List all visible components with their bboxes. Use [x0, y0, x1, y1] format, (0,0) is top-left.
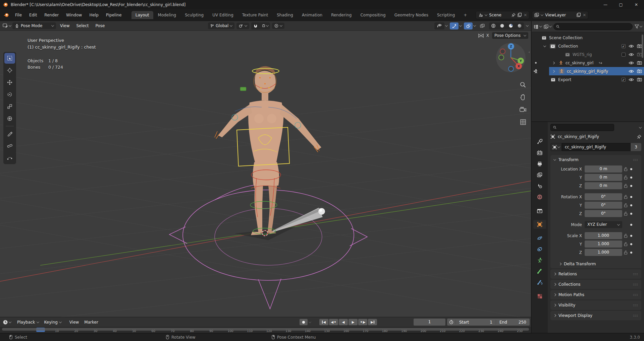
gizmo-axis-z-neg[interactable] [508, 66, 514, 72]
panel-grip-icon[interactable]: ∷∷ [633, 158, 638, 162]
shading-wireframe-icon[interactable] [489, 22, 498, 29]
tab-collection[interactable] [533, 206, 546, 215]
animate-dot[interactable] [629, 234, 634, 237]
gizmo-chevron[interactable] [459, 24, 462, 26]
tool-rotate[interactable] [4, 89, 15, 100]
orthographic-toggle-icon[interactable] [520, 119, 526, 125]
tab-object-constraints[interactable] [533, 245, 546, 254]
prev-keyframe-button[interactable]: ◀♦ [329, 319, 338, 325]
scene-dropdown-chevron[interactable] [485, 13, 487, 16]
tab-output[interactable] [533, 159, 546, 168]
close-button[interactable]: ✕ [629, 0, 644, 9]
animate-dot[interactable] [629, 223, 634, 226]
delta-transform-subpanel[interactable]: Delta Transform [550, 260, 641, 268]
outliner-filter-icon[interactable] [635, 24, 642, 28]
tab-view-layer[interactable] [533, 170, 546, 179]
location-x-field[interactable]: 0 m [585, 165, 622, 173]
mirror-x-label[interactable]: X [486, 33, 489, 38]
viewlayer-new-icon[interactable] [577, 13, 581, 17]
lock-icon[interactable] [622, 167, 629, 171]
tab-object-data[interactable] [533, 256, 546, 265]
outliner-row-wgts-rig[interactable]: WGTS_rig [532, 50, 644, 59]
tab-texture[interactable] [533, 292, 546, 300]
breadcrumb[interactable]: cc_skinny_girl_Rigify [558, 134, 599, 139]
outliner-row-cc-skinny-girl[interactable]: cc_skinny_girl ↪ [532, 59, 644, 67]
outliner-search-input[interactable] [561, 24, 630, 29]
editor-type-icon[interactable] [3, 23, 11, 28]
motion-paths-panel[interactable]: Motion Paths∷∷ [550, 290, 641, 299]
tool-select-box[interactable] [4, 53, 15, 64]
outliner-display-mode-icon[interactable] [544, 24, 551, 29]
tool-annotate[interactable] [4, 128, 15, 139]
tab-animation[interactable]: Animation [298, 11, 326, 19]
animate-dot[interactable] [629, 204, 634, 207]
expand-arrow-icon[interactable] [552, 61, 555, 64]
hide-eye-icon[interactable] [629, 78, 634, 81]
viewport-display-panel[interactable]: Viewport Display∷∷ [550, 311, 641, 320]
tab-layout[interactable]: Layout [131, 11, 153, 19]
outliner-row-collection[interactable]: Collection ✓ [532, 42, 644, 50]
expand-arrow-icon[interactable] [543, 44, 546, 47]
menu-view[interactable]: View [57, 22, 72, 29]
panel-grip-icon[interactable]: ∷∷ [633, 314, 638, 318]
lock-icon[interactable] [622, 203, 629, 207]
blender-menu-icon[interactable] [3, 13, 9, 17]
scene-new-icon[interactable] [518, 13, 522, 17]
scale-z-field[interactable]: 1.000 [585, 249, 622, 256]
timeline-scrollbar[interactable] [2, 328, 529, 331]
gizmo-axis-y-neg[interactable] [498, 55, 504, 60]
selectability-chevron[interactable] [445, 24, 448, 26]
tab-object[interactable] [533, 220, 546, 229]
scene-browse-icon[interactable] [478, 13, 483, 17]
transform-orientation-dropdown[interactable]: Global [208, 22, 234, 29]
selectability-icon[interactable] [434, 22, 444, 29]
viewlayer-name[interactable]: ViewLayer [545, 13, 575, 17]
zoom-tool-icon[interactable] [520, 81, 526, 88]
lock-icon[interactable] [622, 212, 629, 216]
lock-icon[interactable] [622, 251, 629, 255]
xray-toggle[interactable] [478, 22, 487, 29]
tab-modeling[interactable]: Modeling [154, 11, 180, 19]
scene-pin-icon[interactable] [512, 13, 516, 17]
gizmo-axis-x[interactable]: X [516, 63, 522, 69]
show-gizmo-toggle[interactable] [450, 22, 459, 29]
outliner-row-scene-collection[interactable]: Scene Collection [532, 33, 644, 42]
next-keyframe-button[interactable]: ♦▶ [358, 319, 367, 325]
show-overlays-toggle[interactable] [464, 22, 473, 29]
outliner-row-cc-skinny-girl-rigify[interactable]: cc_skinny_girl_Rigify [532, 67, 644, 75]
maximize-button[interactable]: ▢ [613, 0, 629, 9]
shading-material-icon[interactable] [506, 22, 515, 29]
animate-dot[interactable] [629, 243, 634, 246]
tab-geometry-nodes[interactable]: Geometry Nodes [390, 11, 432, 19]
outliner-search[interactable] [553, 23, 633, 30]
use-preview-range-icon[interactable] [447, 320, 456, 324]
rotation-z-field[interactable]: 0° [585, 210, 622, 217]
animate-dot[interactable] [629, 212, 634, 215]
viewlayer-remove-icon[interactable]: ✕ [583, 13, 586, 17]
rotation-x-field[interactable]: 0° [585, 193, 622, 200]
tab-physics[interactable] [533, 234, 546, 243]
play-button[interactable]: ▶ [348, 319, 358, 325]
visibility-panel[interactable]: Visibility∷∷ [550, 300, 641, 310]
viewlayer-dropdown-chevron[interactable] [541, 13, 543, 16]
auto-keying-toggle[interactable] [300, 319, 308, 325]
viewport-3d[interactable]: Pose Mode View Select Pose Global [0, 21, 531, 317]
current-frame-field[interactable]: 1 [414, 319, 445, 326]
disable-render-camera-icon[interactable] [637, 44, 642, 48]
menu-view[interactable]: View [67, 319, 82, 326]
menu-select[interactable]: Select [73, 22, 91, 29]
sidebar-collapse-icon[interactable]: ‹ [529, 50, 530, 54]
menu-file[interactable]: File [11, 13, 25, 17]
tool-move[interactable] [4, 77, 15, 88]
scale-x-field[interactable]: 1.000 [585, 232, 622, 239]
disable-render-camera-icon[interactable] [637, 69, 642, 73]
shading-rendered-icon[interactable] [515, 22, 524, 29]
tab-compositing[interactable]: Compositing [356, 11, 389, 19]
tool-scale[interactable] [4, 101, 15, 112]
object-name-field[interactable]: cc_skinny_girl_Rigify [562, 143, 631, 151]
pan-hand-icon[interactable] [520, 94, 526, 101]
lock-icon[interactable] [622, 242, 629, 246]
location-y-field[interactable]: 0 m [585, 174, 622, 181]
menu-keying[interactable]: Keying [42, 319, 64, 326]
hide-eye-icon[interactable] [629, 45, 634, 48]
